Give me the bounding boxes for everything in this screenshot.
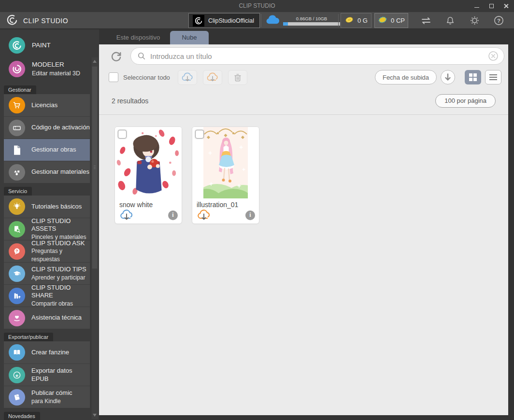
sidebar-group-servicio: Tutoriales básicos CLIP STUDIO ASSETS Pi… xyxy=(4,196,90,329)
ticket-icon xyxy=(9,120,25,136)
bell-icon xyxy=(445,15,456,26)
select-all-checkbox[interactable] xyxy=(109,72,118,82)
upload-selected-button[interactable] xyxy=(203,70,222,85)
sidebar-item-codigo-activacion[interactable]: Código de activación xyxy=(4,116,90,139)
info-icon: i xyxy=(172,211,173,219)
sidebar-item-gestionar-materiales[interactable]: Gestionar materiales xyxy=(4,161,90,183)
work-checkbox[interactable] xyxy=(195,130,204,139)
clear-search-icon[interactable] xyxy=(487,50,499,62)
help-button[interactable]: ? xyxy=(489,13,508,28)
sidebar-item-asistencia[interactable]: Asistencia técnica xyxy=(4,307,90,329)
book-upload-icon xyxy=(9,288,25,304)
close-button[interactable] xyxy=(502,3,509,10)
sidebar-label-assets: CLIP STUDIO ASSETS xyxy=(31,217,71,232)
cloud-download-icon xyxy=(196,209,212,221)
info-icon: i xyxy=(249,211,251,219)
section-label-servicio: Servicio xyxy=(4,187,32,196)
sync-switch-button[interactable] xyxy=(416,13,436,28)
trash-icon xyxy=(232,72,243,83)
bulb-icon xyxy=(9,198,25,215)
window-title: CLIP STUDIO xyxy=(0,2,514,9)
work-card-snow-white: snow white i xyxy=(114,126,182,224)
scroll-down-arrow-icon[interactable] xyxy=(93,414,97,417)
refresh-button[interactable] xyxy=(110,50,123,63)
sort-direction-button[interactable] xyxy=(441,70,455,84)
sidebar-label-share: CLIP STUDIO SHARE xyxy=(31,284,71,299)
settings-button[interactable] xyxy=(465,13,484,28)
sidebar-item-licencias[interactable]: Licencias xyxy=(4,94,90,116)
notifications-button[interactable] xyxy=(441,13,460,28)
sidebar-sub-tips: Aprender y participar xyxy=(31,274,85,281)
gold-balance-label: 0 G xyxy=(357,17,368,24)
minimize-icon xyxy=(474,7,479,8)
download-work-button[interactable] xyxy=(196,209,212,221)
cloud-storage-meter[interactable]: 0.86GB / 10GB xyxy=(265,13,336,28)
page-search-icon xyxy=(9,221,25,238)
search-input[interactable] xyxy=(150,52,484,60)
grid-view-button[interactable] xyxy=(465,70,481,84)
delete-selected-button[interactable] xyxy=(228,70,247,85)
tab-row: Este dispositivo Nube xyxy=(99,29,514,44)
sidebar-item-publicar-kindle[interactable]: Publicar cómic para Kindle xyxy=(4,386,90,408)
sidebar-item-ask[interactable]: ? CLIP STUDIO ASK Preguntas y respuestas xyxy=(4,240,90,262)
app-header: CLIP STUDIO ClipStudioOfficial 0.86GB / … xyxy=(0,12,514,29)
minimize-button[interactable] xyxy=(473,3,480,10)
app-brand: CLIP STUDIO xyxy=(6,12,68,29)
sidebar-label-codigo: Código de activación xyxy=(31,124,90,131)
cloud-download-blue-icon xyxy=(181,72,194,83)
sort-field-dropdown[interactable]: Fecha de subida xyxy=(375,70,437,84)
download-work-button[interactable] xyxy=(119,209,134,221)
title-bar: CLIP STUDIO xyxy=(0,0,514,12)
work-info-button[interactable]: i xyxy=(245,210,255,220)
cp-balance-badge[interactable]: 0 CP xyxy=(374,13,408,28)
page-size-dropdown[interactable]: 100 por página xyxy=(435,94,496,108)
graduation-cap-icon xyxy=(9,266,25,282)
sidebar-item-paint[interactable]: PAINT xyxy=(0,34,90,56)
maximize-icon xyxy=(489,4,494,8)
sidebar-scrollbar[interactable] xyxy=(91,57,98,419)
scroll-up-arrow-icon[interactable] xyxy=(93,60,97,63)
app-brand-label: CLIP STUDIO xyxy=(23,17,68,25)
sidebar-label-gestionar-materiales: Gestionar materiales xyxy=(31,168,89,176)
sidebar-item-gestionar-obras[interactable]: Gestionar obras xyxy=(4,139,90,161)
cloud-icon xyxy=(265,14,280,28)
sidebar-item-crear-fanzine[interactable]: Crear fanzine xyxy=(4,341,90,364)
sidebar-item-share[interactable]: CLIP STUDIO SHARE Compartir obras xyxy=(4,284,90,307)
download-selected-button[interactable] xyxy=(178,70,197,85)
tab-nube[interactable]: Nube xyxy=(170,31,209,44)
list-view-button[interactable] xyxy=(485,70,501,84)
search-icon xyxy=(137,51,146,61)
works-grid: snow white i xyxy=(99,115,508,224)
section-label-novedades: Novedades xyxy=(4,412,40,420)
work-info-button[interactable]: i xyxy=(168,210,178,220)
sidebar-label-asistencia: Asistencia técnica xyxy=(31,314,82,322)
sidebar-label-crear-fanzine: Crear fanzine xyxy=(31,349,69,356)
sidebar-item-exportar-epub[interactable]: e Exportar datos EPUB xyxy=(4,364,90,386)
maximize-button[interactable] xyxy=(488,3,495,10)
help-icon: ? xyxy=(493,15,504,26)
sidebar-item-modeler[interactable]: MODELER Editar material 3D xyxy=(0,56,90,82)
gold-balance-badge[interactable]: 0 G xyxy=(341,13,371,28)
swap-arrows-icon xyxy=(420,15,432,26)
select-all-label: Seleccionar todo xyxy=(123,74,170,81)
scrollbar-grip-icon xyxy=(94,166,96,169)
sidebar-group-exportar: Crear fanzine e Exportar datos EPUB Publ… xyxy=(4,341,90,408)
paint-swirl-icon xyxy=(9,37,25,54)
sidebar-label-licencias: Licencias xyxy=(31,101,57,109)
list-icon xyxy=(489,73,497,82)
account-button[interactable]: ClipStudioOfficial xyxy=(188,13,260,28)
svg-text:?: ? xyxy=(497,18,500,24)
sidebar-label-tips: CLIP STUDIO TIPS xyxy=(31,266,86,273)
cart-icon xyxy=(9,97,25,113)
account-name: ClipStudioOfficial xyxy=(208,17,254,24)
work-checkbox[interactable] xyxy=(118,130,127,139)
sidebar-label-publicar-comic: Publicar cómic xyxy=(31,389,72,396)
search-box xyxy=(130,47,504,65)
tab-este-dispositivo[interactable]: Este dispositivo xyxy=(107,31,169,44)
document-icon xyxy=(9,142,25,158)
sidebar-sub-para-kindle: para Kindle xyxy=(31,398,61,405)
sidebar-item-assets[interactable]: CLIP STUDIO ASSETS Pinceles y materiales xyxy=(4,218,90,240)
sidebar-item-tips[interactable]: CLIP STUDIO TIPS Aprender y participar xyxy=(4,262,90,284)
sidebar-item-tutoriales[interactable]: Tutoriales básicos xyxy=(4,196,90,218)
sidebar-scrollbar-thumb[interactable] xyxy=(92,66,98,269)
